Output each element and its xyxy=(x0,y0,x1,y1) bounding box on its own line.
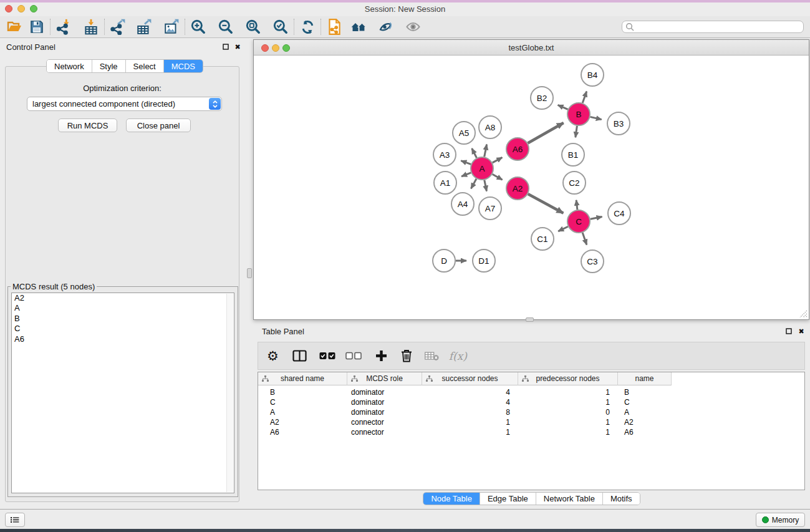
task-history-button[interactable] xyxy=(5,513,25,527)
search-input[interactable] xyxy=(634,22,803,32)
vertical-splitter-handle[interactable] xyxy=(247,268,252,278)
table-row[interactable]: Adominator80A xyxy=(258,407,804,417)
float-panel-icon[interactable] xyxy=(221,42,230,51)
zoom-fit-icon xyxy=(245,19,261,35)
zoom-fit-button[interactable] xyxy=(244,18,263,36)
result-item[interactable]: A xyxy=(12,303,234,313)
column-header-label: name xyxy=(635,374,653,383)
close-table-panel-icon[interactable]: ✖ xyxy=(797,327,806,336)
tab-select[interactable]: Select xyxy=(126,60,164,72)
network-canvas[interactable]: AA1A2A3A4A5A6A7A8BB1B2B3B4CC1C2C3C4DD1 xyxy=(254,56,809,319)
column-header-label: predecessor nodes xyxy=(536,374,599,383)
edge-A2-C[interactable] xyxy=(528,194,564,213)
table-row[interactable]: Bdominator41B xyxy=(258,387,804,397)
new-network-from-selection-button[interactable] xyxy=(325,18,344,36)
import-network-button[interactable] xyxy=(54,18,73,36)
export-table-button[interactable] xyxy=(135,18,153,36)
add-column-button[interactable] xyxy=(375,347,387,365)
search-field[interactable] xyxy=(622,21,804,33)
edge-C-C1[interactable] xyxy=(558,226,568,231)
edge-C-C4[interactable] xyxy=(591,216,602,219)
control-panel-header: Control Panel ✖ xyxy=(0,39,244,55)
table-cell: C xyxy=(618,398,672,407)
edge-A-A1[interactable] xyxy=(461,173,471,177)
edge-A6-B[interactable] xyxy=(528,123,563,143)
export-network-button[interactable] xyxy=(108,18,127,36)
float-table-panel-icon[interactable] xyxy=(784,327,793,336)
hide-selected-button[interactable] xyxy=(376,18,395,36)
import-table-button[interactable] xyxy=(82,18,100,36)
table-options-button[interactable]: ⚙ xyxy=(267,347,279,365)
result-item[interactable]: A6 xyxy=(12,334,234,344)
show-column-button[interactable] xyxy=(292,347,307,365)
zoom-out-button[interactable] xyxy=(216,18,235,36)
edge-A-A2[interactable] xyxy=(493,174,503,180)
select-all-button[interactable] xyxy=(319,347,335,365)
table-row[interactable]: A2connector11A2 xyxy=(258,417,804,427)
node-label-D1: D1 xyxy=(478,256,489,266)
edge-A-A7[interactable] xyxy=(485,180,487,191)
horizontal-splitter-handle[interactable] xyxy=(526,317,534,322)
deselect-all-button[interactable] xyxy=(345,347,362,365)
apply-preferred-layout-button[interactable] xyxy=(298,18,317,36)
open-file-button[interactable] xyxy=(5,18,24,36)
delete-table-button[interactable] xyxy=(425,347,439,365)
checked-boxes-icon xyxy=(319,352,335,360)
result-list-scrollbar[interactable] xyxy=(226,294,233,492)
edge-A-A5[interactable] xyxy=(472,148,477,158)
column-header-MCDS-role[interactable]: MCDS role xyxy=(347,372,422,385)
edge-A-A6[interactable] xyxy=(493,157,503,163)
edge-B-B2[interactable] xyxy=(558,105,568,109)
export-image-button[interactable] xyxy=(162,18,181,36)
edge-C-C2[interactable] xyxy=(576,200,577,210)
result-item[interactable]: B xyxy=(12,314,234,324)
edge-B-B4[interactable] xyxy=(582,91,587,103)
tab-node-table[interactable]: Node Table xyxy=(423,493,480,505)
tab-edge-table[interactable]: Edge Table xyxy=(480,493,536,505)
column-header-predecessor-nodes[interactable]: predecessor nodes xyxy=(518,372,618,385)
run-mcds-button[interactable]: Run MCDS xyxy=(58,118,117,132)
tab-network[interactable]: Network xyxy=(47,60,92,72)
edge-B-B3[interactable] xyxy=(590,117,601,119)
show-all-button[interactable] xyxy=(403,18,422,36)
close-panel-button[interactable]: Close panel xyxy=(126,118,191,132)
show-graphics-details-button[interactable] xyxy=(350,18,369,36)
tab-motifs[interactable]: Motifs xyxy=(603,493,640,505)
zoom-selected-button[interactable] xyxy=(271,18,290,36)
edge-C-C3[interactable] xyxy=(582,233,587,245)
delete-column-button[interactable] xyxy=(401,347,412,365)
column-header-successor-nodes[interactable]: successor nodes xyxy=(422,372,518,385)
result-item[interactable]: C xyxy=(12,324,234,334)
tab-style[interactable]: Style xyxy=(92,60,126,72)
tab-mcds[interactable]: MCDS xyxy=(164,60,203,72)
dropdown-stepper-icon xyxy=(209,98,221,110)
toolbar-separator xyxy=(185,19,185,35)
export-image-icon xyxy=(163,19,180,35)
table-row[interactable]: A6connector11A6 xyxy=(258,427,804,437)
memory-button[interactable]: Memory xyxy=(756,513,805,527)
node-label-C2: C2 xyxy=(569,178,579,188)
edge-A-A4[interactable] xyxy=(471,179,476,189)
network-graph[interactable]: AA1A2A3A4A5A6A7A8BB1B2B3B4CC1C2C3C4DD1 xyxy=(254,56,809,319)
column-header-shared-name[interactable]: shared name xyxy=(258,372,347,385)
zoom-in-button[interactable] xyxy=(189,18,208,36)
window-titlebar[interactable]: Session: New Session xyxy=(0,2,810,16)
close-panel-icon[interactable]: ✖ xyxy=(233,42,242,51)
save-session-button[interactable] xyxy=(27,18,46,36)
tab-network-table[interactable]: Network Table xyxy=(536,493,603,505)
node-label-C3: C3 xyxy=(587,257,597,266)
table-cell: 8 xyxy=(422,408,518,417)
result-item[interactable]: A2 xyxy=(12,293,234,303)
column-header-name[interactable]: name xyxy=(618,372,672,385)
function-builder-button[interactable]: f(x) xyxy=(449,347,467,365)
node-table[interactable]: shared nameMCDS rolesuccessor nodesprede… xyxy=(258,372,805,490)
mcds-result-list[interactable]: A2ABCA6 xyxy=(11,293,234,493)
optimization-criterion-select[interactable]: largest connected component (directed) xyxy=(27,97,222,111)
edge-B-B1[interactable] xyxy=(576,126,577,137)
edge-A-A3[interactable] xyxy=(461,161,471,165)
resize-grip-icon[interactable] xyxy=(798,308,808,318)
edge-A-A8[interactable] xyxy=(485,144,487,157)
hierarchy-icon xyxy=(522,375,529,382)
table-row[interactable]: Cdominator41C xyxy=(258,397,804,407)
network-window-titlebar[interactable]: testGlobe.txt xyxy=(254,40,809,56)
